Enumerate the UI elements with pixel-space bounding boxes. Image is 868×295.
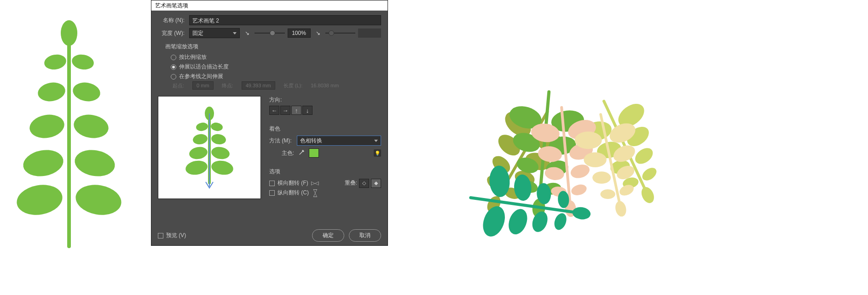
flip-h-icon: ▷◁ xyxy=(311,180,318,186)
radio-between-guides[interactable]: 在参考线之间伸展 xyxy=(165,72,381,81)
width-label: 宽度 (W): xyxy=(158,29,186,37)
flip-v-label: 纵向翻转 (C) xyxy=(278,189,309,197)
svg-point-5 xyxy=(71,80,102,103)
keycolor-swatch[interactable] xyxy=(309,148,319,158)
flip-h-label: 横向翻转 (F) xyxy=(278,179,308,187)
dialog-footer: 预览 (V) 确定 取消 xyxy=(151,226,388,245)
colorize-title: 着色 xyxy=(269,125,381,133)
radio-icon xyxy=(171,55,176,60)
radio-stretch[interactable]: 伸展以适合描边长度 xyxy=(165,62,381,72)
guides-disabled-row: 起点: 0 mm 终点: 49.393 mm 长度 (L): 16.8038 m… xyxy=(165,81,381,90)
brush-preview xyxy=(158,96,261,199)
radio-proportional[interactable]: 按比例缩放 xyxy=(165,52,381,62)
guides-end-label: 终点: xyxy=(222,82,233,89)
preview-checkbox[interactable]: 预览 (V) xyxy=(158,231,186,240)
svg-point-15 xyxy=(210,122,224,132)
options-group: 选项 横向翻转 (F) ▷◁ 重叠: ◇ ◆ xyxy=(269,168,381,198)
svg-point-18 xyxy=(188,146,208,161)
svg-point-6 xyxy=(28,112,66,141)
flip-vertical-checkbox[interactable]: 纵向翻转 (C) ▷◁ xyxy=(269,188,381,198)
width-slider[interactable] xyxy=(255,33,285,34)
colorize-group: 着色 方法 (M): 色相转换 主色: xyxy=(269,125,381,158)
chevron-down-icon xyxy=(374,140,378,142)
dialog-title-bar: 艺术画笔选项 xyxy=(151,0,388,11)
preview-label: 预览 (V) xyxy=(166,232,186,239)
radio-label: 在参考线之间伸展 xyxy=(179,73,223,80)
width-percent-input[interactable]: 100% xyxy=(288,28,311,38)
flip-horizontal-checkbox[interactable]: 横向翻转 (F) ▷◁ xyxy=(269,178,318,188)
options-title: 选项 xyxy=(269,168,381,176)
left-plant-art xyxy=(9,14,129,253)
checkbox-icon xyxy=(269,181,275,186)
width-mode-select[interactable]: 固定 xyxy=(189,28,240,38)
svg-rect-0 xyxy=(67,32,71,248)
tip-lightbulb-icon[interactable]: 💡 xyxy=(374,149,381,157)
art-brush-options-dialog: 艺术画笔选项 名称 (N): 艺术画笔 2 宽度 (W): 固定 ↘ 100% … xyxy=(151,0,388,246)
flip-start-icon[interactable]: ↘ xyxy=(243,28,252,38)
brush-name-input[interactable]: 艺术画笔 2 xyxy=(189,15,381,25)
svg-point-9 xyxy=(73,147,117,179)
radio-icon xyxy=(171,64,176,70)
guides-start-value: 0 mm xyxy=(192,81,214,90)
flip-v-icon: ▷◁ xyxy=(312,189,318,197)
keycolor-label: 主色: xyxy=(269,149,294,157)
chevron-down-icon xyxy=(233,32,237,34)
flip-end-icon[interactable]: ↘ xyxy=(313,28,323,38)
svg-point-17 xyxy=(210,133,226,145)
ok-button[interactable]: 确定 xyxy=(312,229,344,242)
svg-point-10 xyxy=(14,182,65,218)
overlap-label: 重叠: xyxy=(345,179,357,187)
direction-group: 方向: ← → ↑ ↓ xyxy=(269,96,381,115)
svg-point-3 xyxy=(71,53,95,71)
colorize-method-select[interactable]: 色相转换 xyxy=(297,136,381,146)
width-mode-value: 固定 xyxy=(192,29,203,37)
svg-point-2 xyxy=(43,53,68,71)
method-label: 方法 (M): xyxy=(269,137,294,145)
radio-label: 伸展以适合描边长度 xyxy=(179,63,229,71)
guides-length-value: 16.8038 mm xyxy=(311,83,339,88)
direction-up-button[interactable]: ↑ xyxy=(291,106,301,115)
svg-point-8 xyxy=(21,147,65,179)
cancel-button[interactable]: 取消 xyxy=(349,229,381,242)
scale-options-group: 画笔缩放选项 按比例缩放 伸展以适合描边长度 在参考线之间伸展 起点: 0 mm… xyxy=(165,43,381,90)
slider-thumb[interactable] xyxy=(270,30,275,36)
brush-name-value: 艺术画笔 2 xyxy=(192,17,219,24)
colorize-method-value: 色相转换 xyxy=(300,137,322,145)
dialog-title: 艺术画笔选项 xyxy=(155,2,188,10)
svg-point-1 xyxy=(61,20,77,46)
guides-length-label: 长度 (L): xyxy=(284,82,303,89)
radio-label: 按比例缩放 xyxy=(179,53,207,61)
direction-down-button[interactable]: ↓ xyxy=(302,106,312,115)
checkbox-icon xyxy=(158,233,163,238)
width-slider-2 xyxy=(325,33,356,34)
radio-icon xyxy=(171,74,176,79)
width-percent-2 xyxy=(358,28,381,38)
direction-label: 方向: xyxy=(269,96,381,104)
svg-point-20 xyxy=(185,159,208,176)
svg-point-16 xyxy=(192,133,208,145)
checkbox-icon xyxy=(269,190,275,196)
scale-group-title: 画笔缩放选项 xyxy=(165,43,381,51)
direction-left-button[interactable]: ← xyxy=(269,106,279,115)
overlap-mode-a-button[interactable]: ◇ xyxy=(359,179,369,188)
overlap-mode-b-button[interactable]: ◆ xyxy=(371,179,381,188)
guides-start-label: 起点: xyxy=(173,82,184,89)
right-bouquet-art xyxy=(423,14,723,262)
svg-point-21 xyxy=(210,159,234,176)
svg-point-19 xyxy=(210,146,231,161)
svg-point-11 xyxy=(73,182,124,218)
name-label: 名称 (N): xyxy=(158,17,186,24)
eyedropper-icon[interactable] xyxy=(297,148,306,158)
direction-right-button[interactable]: → xyxy=(280,106,290,115)
svg-point-14 xyxy=(196,122,209,132)
guides-end-value: 49.393 mm xyxy=(242,81,275,90)
svg-point-4 xyxy=(36,80,67,103)
svg-point-7 xyxy=(72,112,110,141)
slider-thumb-2 xyxy=(329,30,334,36)
